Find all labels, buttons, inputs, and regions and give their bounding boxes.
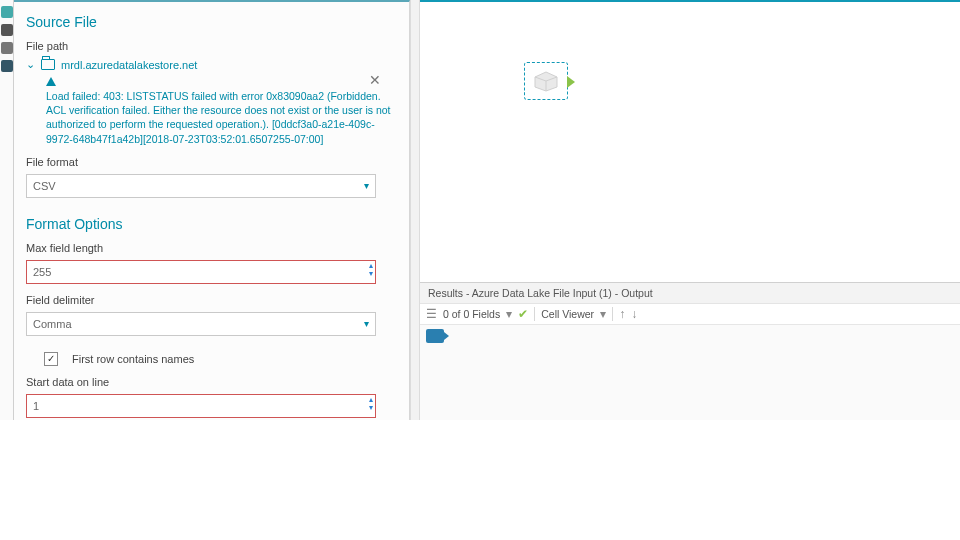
separator [612,307,613,321]
config-pane: Source File File path ✕ ⌄ mrdl.azuredata… [14,0,410,420]
input-start-data[interactable]: ▴▾ [26,394,376,418]
folder-icon [41,59,55,70]
results-body [420,325,960,347]
separator [534,307,535,321]
caret-down-icon[interactable]: ▾ [600,307,606,321]
label-max-field-length: Max field length [26,242,397,254]
results-fields-summary: 0 of 0 Fields [443,308,500,320]
input-max-field-length[interactable]: ▴▾ [26,260,376,284]
output-anchor-icon[interactable] [567,76,575,88]
input-max-field-length-field[interactable] [33,266,333,278]
check-icon[interactable]: ✔ [518,307,528,321]
vertical-splitter[interactable] [410,0,420,420]
spinner[interactable]: ▴▾ [369,396,373,412]
select-field-delimiter-value: Comma [33,318,72,330]
error-text: Load failed: 403: LISTSTATUS failed with… [46,89,397,146]
workflow-node[interactable] [524,62,568,100]
results-pane: Results - Azure Data Lake File Input (1)… [420,282,960,420]
label-field-delimiter: Field delimiter [26,294,397,306]
caret-down-icon: ▾ [364,180,369,191]
select-file-format[interactable]: CSV ▾ [26,174,376,198]
metadata-chip-icon[interactable] [426,329,444,343]
input-start-data-field[interactable] [33,400,333,412]
box-icon [533,70,559,92]
spinner-down-icon[interactable]: ▾ [369,270,373,278]
caret-down-icon: ▾ [364,318,369,329]
checkbox-row-first-row[interactable]: ✓ First row contains names [44,352,397,366]
caret-down-icon[interactable]: ▾ [506,307,512,321]
tree-root-label: mrdl.azuredatalakestore.net [61,59,197,71]
canvas[interactable] [420,0,960,282]
checkbox-first-row-label: First row contains names [72,353,194,365]
sort-desc-icon[interactable]: ↓ [631,307,637,321]
cell-viewer-label: Cell Viewer [541,308,594,320]
section-title-source-file: Source File [26,14,397,30]
clear-path-icon[interactable]: ✕ [369,72,381,88]
checkbox-first-row[interactable]: ✓ [44,352,58,366]
warning-icon [46,77,56,86]
results-title: Results - Azure Data Lake File Input (1)… [420,283,960,304]
tool-icon[interactable] [1,6,13,18]
tool-icon[interactable] [1,42,13,54]
chevron-down-icon: ⌄ [26,58,35,71]
tool-icon[interactable] [1,60,13,72]
section-title-format-options: Format Options [26,216,397,232]
spinner-down-icon[interactable]: ▾ [369,404,373,412]
label-file-format: File format [26,156,397,168]
error-block: Load failed: 403: LISTSTATUS failed with… [46,77,397,146]
spinner[interactable]: ▴▾ [369,262,373,278]
results-toolbar: ☰ 0 of 0 Fields ▾ ✔ Cell Viewer ▾ ↑ ↓ [420,304,960,325]
label-file-path: File path [26,40,397,52]
sort-asc-icon[interactable]: ↑ [619,307,625,321]
list-view-icon[interactable]: ☰ [426,307,437,321]
label-start-data: Start data on line [26,376,397,388]
tree-root-row[interactable]: ⌄ mrdl.azuredatalakestore.net [26,58,397,71]
tool-icon[interactable] [1,24,13,36]
select-file-format-value: CSV [33,180,56,192]
select-field-delimiter[interactable]: Comma ▾ [26,312,376,336]
tool-strip [0,0,14,420]
